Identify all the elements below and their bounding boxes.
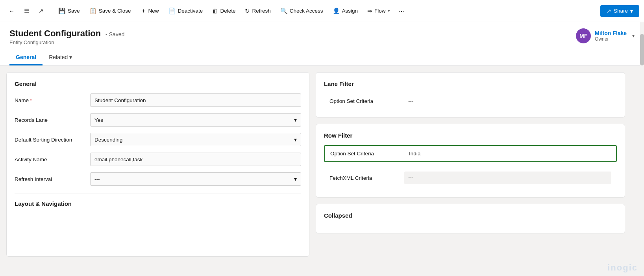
row-filter-option-set-row[interactable]: Option Set Criteria India (324, 145, 617, 162)
general-section-title: General (15, 80, 301, 87)
toolbar-separator-1 (51, 6, 51, 17)
lane-filter-title: Lane Filter (324, 80, 617, 87)
input-activity[interactable]: email,phonecall,task (90, 153, 301, 166)
scrollbar-track[interactable] (640, 22, 644, 263)
assign-button[interactable]: 👤 Assign (329, 5, 362, 17)
more-options-button[interactable]: ⋯ (396, 4, 407, 18)
label-records-lane: Records Lane (15, 117, 85, 123)
left-panel: General Name * Student Configuration Rec… (6, 72, 309, 257)
toolbar: ← ☰ ↗ 💾 Save 📋 Save & Close ＋ New 📄 Deac… (0, 0, 644, 22)
share-icon: ↗ (607, 8, 611, 14)
collapsed-title: Collapsed (324, 212, 617, 219)
record-subtitle: Entity Configuration (9, 39, 124, 45)
new-record-button[interactable]: ＋ New (137, 5, 163, 17)
check-access-button[interactable]: 🔍 Check Access (276, 5, 327, 17)
row-filter-fetchxml-value[interactable]: --- (404, 172, 611, 184)
watermark: inogic (607, 263, 638, 263)
flow-chevron: ▾ (388, 8, 390, 13)
deactivate-icon: 📄 (168, 7, 176, 15)
refresh-interval-chevron: ▾ (294, 176, 297, 182)
back-icon: ← (9, 7, 15, 14)
share-button[interactable]: ↗ Share ▾ (600, 5, 639, 17)
new-tab-button[interactable]: ↗ (35, 5, 48, 17)
lane-filter-criteria-label: Option Set Criteria (329, 98, 404, 104)
label-activity: Activity Name (15, 157, 85, 162)
lane-filter-section: Lane Filter Option Set Criteria --- (316, 72, 625, 117)
row-filter-fetchxml-row: FetchXML Criteria --- (324, 167, 617, 189)
share-chevron: ▾ (630, 8, 633, 14)
label-name: Name * (15, 97, 85, 103)
row-filter-title: Row Filter (324, 132, 617, 139)
select-sorting[interactable]: Descending ▾ (90, 133, 301, 146)
input-name[interactable]: Student Configuration (90, 93, 301, 107)
menu-button[interactable]: ☰ (20, 5, 33, 17)
right-panel: Lane Filter Option Set Criteria --- Row … (316, 72, 625, 257)
flow-icon: ⇒ (367, 7, 372, 15)
menu-icon: ☰ (24, 7, 29, 15)
form-row-activity: Activity Name email,phonecall,task (15, 153, 301, 166)
lane-filter-criteria-value[interactable]: --- (404, 98, 611, 104)
select-records-lane[interactable]: Yes ▾ (90, 113, 301, 127)
label-refresh-interval: Refresh Interval (15, 176, 85, 182)
select-refresh-interval[interactable]: --- ▾ (90, 172, 301, 186)
form-row-refresh-interval: Refresh Interval --- ▾ (15, 172, 301, 186)
owner-name[interactable]: Milton Flake (595, 30, 627, 36)
form-row-sorting: Default Sorting Direction Descending ▾ (15, 133, 301, 146)
save-close-button[interactable]: 📋 Save & Close (85, 5, 135, 17)
sorting-chevron: ▾ (294, 136, 297, 143)
form-row-records-lane: Records Lane Yes ▾ (15, 113, 301, 127)
owner-section: MF Milton Flake Owner ▾ (576, 28, 635, 43)
avatar: MF (576, 28, 591, 43)
label-sorting: Default Sorting Direction (15, 137, 85, 143)
row-filter-option-set-label: Option Set Criteria (330, 151, 405, 157)
row-filter-fetchxml-label: FetchXML Criteria (329, 175, 404, 181)
records-lane-chevron: ▾ (294, 117, 297, 123)
tabs: General Related ▾ (9, 50, 635, 65)
deactivate-button[interactable]: 📄 Deactivate (165, 5, 207, 17)
save-button[interactable]: 💾 Save (54, 5, 84, 17)
row-filter-section: Row Filter Option Set Criteria India Fet… (316, 124, 625, 198)
layout-section-title: Layout & Navigation (15, 200, 301, 207)
save-icon: 💾 (58, 7, 66, 15)
new-tab-icon: ↗ (39, 7, 44, 15)
collapsed-section: Collapsed (316, 204, 625, 233)
form-row-name: Name * Student Configuration (15, 93, 301, 107)
required-indicator-name: * (30, 97, 32, 103)
scrollbar-thumb[interactable] (640, 34, 644, 65)
lane-filter-criteria-row: Option Set Criteria --- (324, 93, 617, 109)
new-icon: ＋ (141, 7, 146, 15)
owner-role: Owner (595, 36, 627, 42)
refresh-icon: ↻ (245, 7, 250, 15)
save-close-icon: 📋 (89, 7, 97, 15)
back-button[interactable]: ← (5, 5, 19, 17)
content-area: General Name * Student Configuration Rec… (0, 66, 644, 263)
delete-button[interactable]: 🗑 Delete (208, 5, 239, 17)
refresh-button[interactable]: ↻ Refresh (241, 5, 274, 17)
record-header: Student Configuration - Saved Entity Con… (0, 22, 644, 66)
delete-icon: 🗑 (212, 7, 218, 14)
tab-general[interactable]: General (9, 50, 43, 65)
assign-icon: 👤 (333, 7, 340, 15)
owner-chevron-down[interactable]: ▾ (632, 33, 635, 39)
record-saved-status: - Saved (105, 31, 124, 37)
related-chevron: ▾ (69, 54, 72, 60)
row-filter-option-set-value: India (405, 151, 611, 157)
tab-related[interactable]: Related ▾ (43, 50, 78, 65)
record-title: Student Configuration (9, 28, 101, 38)
flow-button[interactable]: ⇒ Flow ▾ (363, 5, 394, 17)
check-access-icon: 🔍 (280, 7, 288, 15)
